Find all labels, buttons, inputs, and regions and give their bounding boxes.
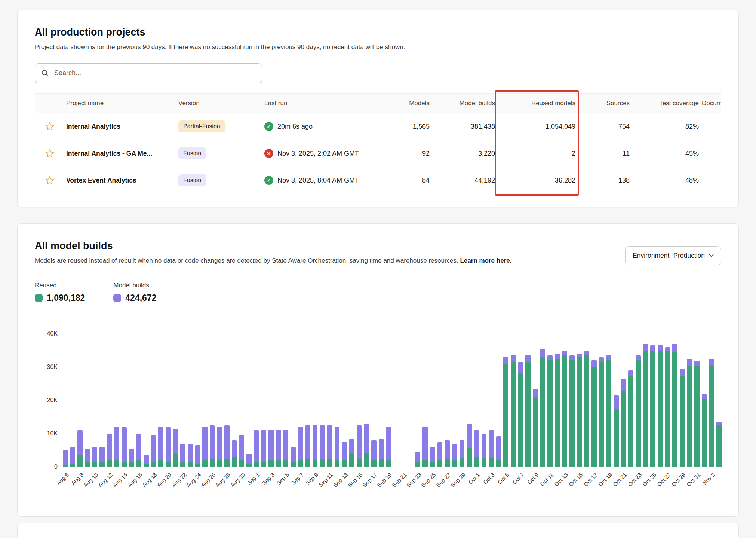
bar-oct-15: Oct 15 xyxy=(577,334,582,467)
x-axis-tick: Sep 9 xyxy=(305,471,320,486)
model-builds-segment xyxy=(107,434,112,460)
x-axis-tick: Oct 25 xyxy=(641,471,657,487)
builds-subtitle-text: Models are reused instead of rebuilt whe… xyxy=(35,257,458,264)
model-builds-segment xyxy=(217,427,222,461)
reused-segment xyxy=(298,460,303,467)
reused-segment xyxy=(63,465,68,467)
project-name-link[interactable]: Internal Analytics xyxy=(66,123,120,130)
bar-oct-7: Oct 7 xyxy=(518,334,523,467)
bar-aug-12: Aug 12 xyxy=(107,334,112,467)
reused-segment xyxy=(129,462,134,467)
model-builds-segment xyxy=(85,449,90,462)
model-builds-value: 3,220 xyxy=(431,150,497,158)
reused-segment xyxy=(680,376,685,467)
model-builds-segment xyxy=(562,351,568,355)
model-builds-segment xyxy=(599,357,604,362)
table-row[interactable]: Vortex Event AnalyticsFusion✓Nov 3, 2025… xyxy=(35,167,721,194)
x-axis-tick: Aug 24 xyxy=(185,471,202,489)
reused-segment xyxy=(335,460,340,467)
x-axis-tick: Aug 6 xyxy=(55,471,70,486)
bar-oct-21: Oct 21 xyxy=(621,334,626,467)
x-axis-tick: Sep 13 xyxy=(332,471,349,489)
model-builds-segment xyxy=(188,444,193,462)
reused-models-value: 36,282 xyxy=(497,177,577,184)
bar-aug-29 xyxy=(232,334,237,467)
table-header-row: Project name Version Last run Models Mod… xyxy=(35,93,721,113)
reused-segment xyxy=(276,460,281,467)
model-builds-segment xyxy=(591,360,597,367)
bar-oct-23: Oct 23 xyxy=(636,334,641,467)
bar-oct-18 xyxy=(599,334,604,467)
project-name-link[interactable]: Internal Analytics - GA Me... xyxy=(66,150,152,157)
model-builds-segment xyxy=(232,440,237,457)
column-header-reused-models: Reused models xyxy=(497,100,577,107)
search-icon xyxy=(41,69,49,77)
reused-segment xyxy=(606,360,611,467)
x-axis-tick: Sep 21 xyxy=(391,471,408,489)
environment-select[interactable]: Environment Production xyxy=(625,246,721,265)
model-builds-segment xyxy=(430,447,435,462)
model-builds-segment xyxy=(129,449,134,462)
reused-segment xyxy=(437,460,443,467)
reused-segment xyxy=(136,460,141,467)
reused-segment xyxy=(525,362,531,467)
column-header-test-coverage: Test coverage xyxy=(631,100,700,107)
star-icon[interactable] xyxy=(45,149,55,158)
bar-sep-27: Sep 27 xyxy=(445,334,450,467)
star-icon[interactable] xyxy=(45,122,55,131)
model-builds-segment xyxy=(180,444,185,462)
column-header-last-run: Last run xyxy=(263,100,386,107)
reused-segment xyxy=(261,462,266,467)
model-builds-segment xyxy=(467,424,472,449)
model-builds-segment xyxy=(371,440,377,460)
environment-value: Production xyxy=(673,252,705,260)
model-builds-segment xyxy=(144,455,149,464)
model-builds-segment xyxy=(357,425,362,459)
x-axis-tick: Sep 7 xyxy=(290,471,305,486)
model-builds-segment xyxy=(202,427,208,461)
x-axis-tick: Nov 2 xyxy=(701,471,716,486)
reused-segment xyxy=(210,459,215,467)
bar-aug-28: Aug 28 xyxy=(224,334,230,467)
bar-oct-1: Oct 1 xyxy=(474,334,479,467)
search-input[interactable] xyxy=(53,69,256,77)
bar-sep-25: Sep 25 xyxy=(430,334,435,467)
bar-sep-4 xyxy=(276,334,281,467)
sources-value: 138 xyxy=(577,177,631,184)
model-builds-segment xyxy=(460,440,465,458)
table-row[interactable]: Internal AnalyticsPartial-Fusion✓20m 6s … xyxy=(35,113,721,140)
reused-segment xyxy=(357,459,362,467)
version-cell: Fusion xyxy=(177,147,263,159)
reused-segment xyxy=(584,355,589,467)
favorite-cell xyxy=(35,175,65,185)
reused-segment xyxy=(291,462,296,467)
legend-item-model-builds: Model builds 424,672 xyxy=(113,282,156,303)
model-builds-segment xyxy=(606,355,611,360)
bar-oct-9: Oct 9 xyxy=(533,334,538,467)
model-builds-swatch xyxy=(113,294,121,302)
reused-segment xyxy=(658,351,663,467)
chart-plot: Aug 6Aug 8Aug 10Aug 12Aug 14Aug 16Aug 18… xyxy=(63,334,721,467)
bar-aug-31 xyxy=(246,334,252,467)
last-run-text: Nov 3, 2025, 8:04 AM GMT xyxy=(277,177,359,184)
table-row[interactable]: Internal Analytics - GA Me...Fusion✕Nov … xyxy=(35,140,721,167)
star-icon[interactable] xyxy=(45,175,55,185)
model-builds-segment xyxy=(496,436,501,460)
x-axis-tick: Aug 10 xyxy=(82,471,99,489)
reused-segment xyxy=(452,460,457,467)
x-axis-tick: Oct 29 xyxy=(670,471,686,487)
model-builds-segment xyxy=(415,452,421,462)
bar-sep-30 xyxy=(467,334,472,467)
bar-aug-30: Aug 30 xyxy=(239,334,244,467)
reused-models-value: 2 xyxy=(497,150,577,158)
version-badge: Partial-Fusion xyxy=(178,120,225,132)
reused-segment xyxy=(489,458,494,467)
version-badge: Fusion xyxy=(178,147,206,159)
bar-oct-2 xyxy=(482,334,487,467)
reused-segment xyxy=(591,367,597,467)
x-axis-tick: Sep 15 xyxy=(347,471,364,489)
project-name-link[interactable]: Vortex Event Analytics xyxy=(66,177,136,184)
reused-segment xyxy=(643,351,648,467)
bar-aug-26: Aug 26 xyxy=(210,334,215,467)
learn-more-link[interactable]: Learn more here. xyxy=(460,257,511,264)
